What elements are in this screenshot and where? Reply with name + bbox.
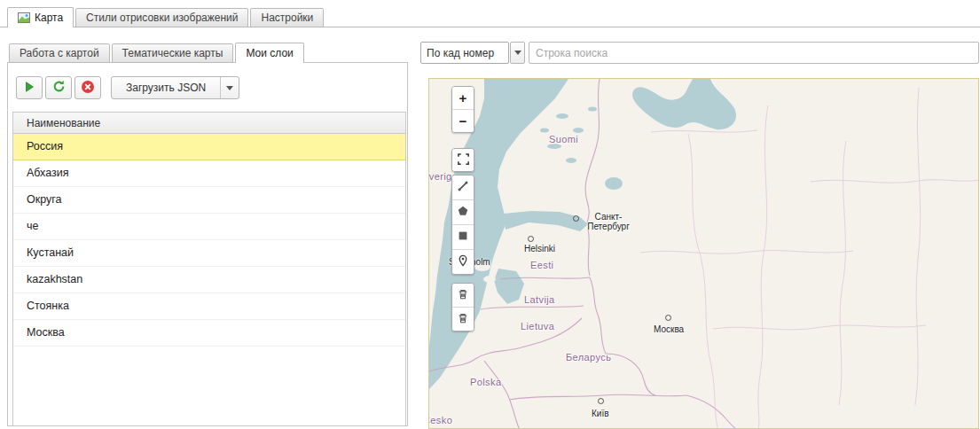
map-label-city: Київ [592,409,609,418]
map-label-country: Suomi [549,134,578,144]
map-label-country: Беларусь [566,352,611,363]
refresh-button[interactable] [45,76,72,99]
tab-map-work[interactable]: Работа с картой [9,43,110,63]
refresh-icon [52,80,66,96]
layer-row[interactable]: Москва [13,320,405,347]
tab-my-layers-label: Мои слои [246,47,293,59]
tab-settings[interactable]: Настройки [250,8,324,27]
delete-all-button[interactable] [452,308,474,331]
draw-line-button[interactable] [452,176,474,200]
map-tab-icon [18,12,30,23]
tab-map-work-label: Работа с картой [20,47,99,59]
layer-row[interactable]: Округа [13,187,405,214]
map-panel[interactable]: Sverige Suomi Санкт-Петербург Helsinki E… [428,78,979,429]
chevron-down-icon [514,51,521,55]
delete-tools [451,283,474,332]
city-marker [573,215,579,222]
draw-marker-button[interactable] [452,250,474,274]
location-pin-icon [457,254,469,269]
trash-icon [457,312,469,327]
tab-image-styles[interactable]: Стили отрисовки изображений [75,8,248,27]
tab-my-layers[interactable]: Мои слои [235,43,303,63]
layers-panel: Загрузить JSON Наименование Россия Абхаз… [7,62,408,426]
load-json-label: Загрузить JSON [112,77,220,98]
layer-row[interactable]: че [13,214,405,240]
layers-table-header[interactable]: Наименование [12,112,406,134]
city-marker [528,236,534,242]
polyline-icon [457,180,469,195]
zoom-control: + − [451,86,474,133]
map-label-country: Česko [428,415,452,425]
stop-cross-icon [81,80,95,97]
load-json-dropdown[interactable] [220,77,239,98]
fullscreen-icon [457,152,470,168]
draw-tools [451,175,474,275]
tab-thematic-maps-label: Тематические карты [122,47,223,59]
layers-table-body: Россия Абхазия Округа че Кустанай kazakh… [12,134,406,426]
main-tab-bar: Карта Стили отрисовки изображений Настро… [7,7,325,27]
map-canvas[interactable] [429,79,979,429]
layer-row[interactable]: Стоянка [13,293,405,320]
layers-toolbar: Загрузить JSON [16,76,239,99]
map-label-country: Polska [470,377,501,387]
run-button[interactable] [16,76,43,99]
tab-settings-label: Настройки [261,12,313,24]
fullscreen-control [451,148,474,172]
map-label-country: Eesti [530,260,553,270]
layer-row[interactable]: Россия [13,134,405,160]
map-label-country: Lietuva [521,321,554,332]
zoom-in-button[interactable]: + [452,87,474,110]
play-icon [23,81,35,96]
tab-map[interactable]: Карта [7,7,74,27]
map-label-city: Санкт-Петербург [582,212,635,231]
search-mode-combo[interactable]: По кад номер [420,42,525,64]
pentagon-icon [457,205,469,220]
layer-row[interactable]: Кустанай [13,240,405,267]
search-mode-value: По кад номер [420,42,509,64]
map-label-city: Москва [654,324,684,334]
left-panel-tab-bar: Работа с картой Тематические карты Мои с… [9,43,306,63]
map-region-borders [640,88,979,429]
layer-row[interactable]: Абхазия [13,160,405,187]
draw-polygon-button[interactable] [452,200,474,225]
search-input[interactable] [529,42,979,64]
map-label-city: Helsinki [524,244,555,254]
layer-row[interactable]: kazakhstan [13,267,405,293]
delete-shapes-button[interactable] [452,284,474,308]
tab-map-label: Карта [35,12,63,24]
stop-button[interactable] [74,76,101,99]
map-water [429,79,736,389]
square-icon [457,230,469,245]
tab-thematic-maps[interactable]: Тематические карты [112,43,234,63]
layers-table: Наименование Россия Абхазия Округа че Ку… [12,112,406,426]
load-json-button[interactable]: Загрузить JSON [111,76,239,99]
draw-rectangle-button[interactable] [452,225,474,250]
fullscreen-button[interactable] [452,149,474,171]
tab-image-styles-label: Стили отрисовки изображений [86,12,238,24]
trash-icon [457,288,469,303]
city-marker [665,315,671,321]
zoom-out-button[interactable]: − [452,110,474,132]
map-label-country: Latvija [524,294,555,305]
city-marker [598,398,604,404]
chevron-down-icon [226,86,233,90]
search-mode-dropdown[interactable] [510,42,525,64]
